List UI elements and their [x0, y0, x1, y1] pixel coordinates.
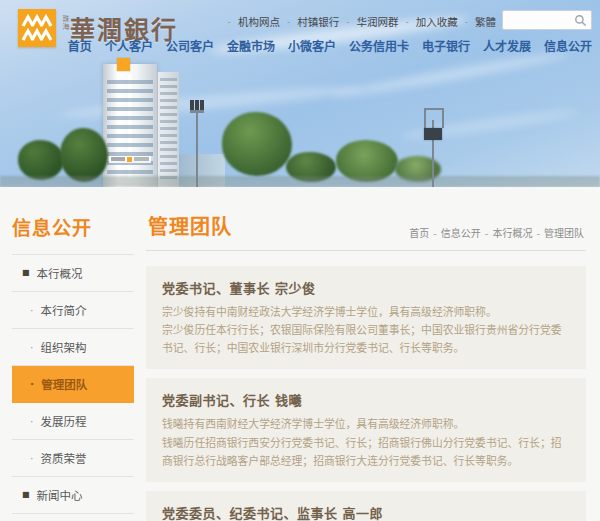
primary-nav-item-3[interactable]: 金融市场	[227, 37, 275, 54]
road-sign-board	[424, 128, 442, 140]
breadcrumb-item-2[interactable]: 本行概况	[492, 228, 532, 239]
breadcrumb-separator: -	[485, 228, 489, 239]
sidebar-item-7[interactable]: ■企业文化	[12, 514, 134, 521]
search-input[interactable]	[507, 11, 573, 29]
utility-nav-item-2[interactable]: 华润网群	[357, 14, 399, 29]
hedge-row	[0, 176, 600, 187]
primary-nav-item-8[interactable]: 信息公开	[544, 37, 592, 54]
dot-bullet-icon: ·	[30, 342, 34, 353]
utility-nav: -机构网点-村镇银行-华润网群-加入收藏-繁體	[221, 14, 496, 29]
primary-nav-item-2[interactable]: 公司客户	[166, 37, 214, 54]
profile-card-paragraph: 宗少俊历任本行行长；农银国际保险有限公司董事长；中国农业银行贵州省分行党委书记、…	[162, 322, 570, 358]
sidebar-item-4[interactable]: ·发展历程	[12, 403, 134, 440]
square-bullet-icon: ■	[22, 269, 30, 277]
primary-nav-item-6[interactable]: 电子银行	[422, 37, 470, 54]
breadcrumb-item-1[interactable]: 信息公开	[441, 228, 481, 239]
sidebar-item-label: 本行概况	[37, 265, 83, 281]
sidebar-item-2[interactable]: ·组织架构	[12, 329, 134, 366]
building-annex	[157, 72, 179, 187]
sidebar-item-6[interactable]: ■新闻中心	[12, 477, 134, 514]
street-lamp-pole	[196, 112, 198, 187]
sidebar: 信息公开 ■本行概况·本行简介·组织架构·管理团队·发展历程·资质荣誉■新闻中心…	[0, 187, 138, 521]
page: 珠海 華潤銀行 -机构网点-村镇银行-华润网群-加入收藏-繁體 首页个人客户公司…	[0, 0, 600, 521]
sidebar-item-5[interactable]: ·资质荣誉	[12, 440, 134, 477]
nav-separator: -	[287, 17, 290, 27]
street-lamp-arm	[190, 110, 204, 113]
road-sign-frame	[424, 108, 444, 110]
profile-card-0: 党委书记、董事长 宗少俊宗少俊持有中南财经政法大学经济学博士学位，具有高级经济师…	[146, 266, 586, 369]
sidebar-item-label: 本行简介	[41, 302, 87, 318]
profile-card-paragraph: 钱曦持有西南财经大学经济学博士学位，具有高级经济师职称。	[162, 416, 570, 434]
nav-separator: -	[465, 17, 468, 27]
brand-city-label: 珠海	[61, 15, 68, 31]
primary-nav-item-0[interactable]: 首页	[68, 37, 92, 54]
site-header: 珠海 華潤銀行 -机构网点-村镇银行-华润网群-加入收藏-繁體 首页个人客户公司…	[0, 0, 600, 56]
search-box[interactable]	[502, 10, 592, 30]
bank-logo-icon[interactable]	[18, 9, 56, 47]
utility-nav-item-1[interactable]: 村镇银行	[297, 14, 339, 29]
dot-bullet-icon: ·	[30, 379, 34, 390]
primary-nav-item-1[interactable]: 个人客户	[105, 37, 153, 54]
sidebar-item-0[interactable]: ■本行概况	[12, 255, 134, 292]
tree	[222, 112, 292, 176]
primary-nav: 首页个人客户公司客户金融市场小微客户公务信用卡电子银行人才发展信息公开	[68, 37, 592, 54]
street-lamp-lights	[190, 100, 194, 110]
profile-card-heading: 党委书记、董事长 宗少俊	[162, 278, 570, 297]
building-rooftop-logo	[117, 58, 130, 71]
profile-card-1: 党委副书记、行长 钱曦钱曦持有西南财经大学经济学博士学位，具有高级经济师职称。钱…	[146, 378, 586, 481]
primary-nav-item-7[interactable]: 人才发展	[483, 37, 531, 54]
primary-nav-item-4[interactable]: 小微客户	[288, 37, 336, 54]
breadcrumb-item-0[interactable]: 首页	[409, 228, 429, 239]
breadcrumb: 首页-信息公开-本行概况-管理团队	[409, 225, 584, 240]
dot-bullet-icon: ·	[30, 305, 34, 316]
sidebar-item-label: 组织架构	[41, 339, 87, 355]
tree	[60, 128, 108, 182]
square-bullet-icon: ■	[22, 491, 30, 499]
profile-sections: 党委书记、董事长 宗少俊宗少俊持有中南财经政法大学经济学博士学位，具有高级经济师…	[146, 266, 586, 521]
sidebar-item-3[interactable]: ·管理团队	[12, 366, 134, 403]
sidebar-item-label: 发展历程	[41, 413, 87, 429]
tree	[18, 140, 64, 180]
road-sign-frame	[442, 108, 444, 128]
profile-card-paragraph: 宗少俊持有中南财经政法大学经济学博士学位，具有高级经济师职称。	[162, 304, 570, 322]
dot-bullet-icon: ·	[30, 416, 34, 427]
profile-card-paragraph: 钱曦历任招商银行西安分行党委书记、行长；招商银行佛山分行党委书记、行长；招商银行…	[162, 435, 570, 471]
sidebar-item-label: 管理团队	[41, 376, 87, 392]
road-sign-frame	[424, 108, 426, 128]
building-signage	[109, 156, 151, 163]
utility-nav-item-0[interactable]: 机构网点	[238, 14, 280, 29]
nav-separator: -	[406, 17, 409, 27]
sidebar-item-1[interactable]: ·本行简介	[12, 292, 134, 329]
breadcrumb-separator: -	[536, 228, 540, 239]
dot-bullet-icon: ·	[30, 453, 34, 464]
page-title: 管理团队	[148, 211, 232, 240]
utility-nav-item-3[interactable]: 加入收藏	[416, 14, 458, 29]
content-area: 信息公开 ■本行概况·本行简介·组织架构·管理团队·发展历程·资质荣誉■新闻中心…	[0, 187, 600, 521]
cr-mountain-logo-glyph	[18, 9, 56, 47]
search-icon[interactable]	[574, 14, 587, 27]
nav-separator: -	[228, 17, 231, 27]
primary-nav-item-5[interactable]: 公务信用卡	[349, 37, 409, 54]
sidebar-title: 信息公开	[12, 213, 134, 240]
main-header-row: 管理团队 首页-信息公开-本行概况-管理团队	[146, 211, 586, 251]
profile-card-heading: 党委委员、纪委书记、监事长 高一郎	[162, 503, 570, 521]
profile-card-heading: 党委副书记、行长 钱曦	[162, 390, 570, 409]
breadcrumb-item-3[interactable]: 管理团队	[544, 228, 584, 239]
building-tower	[103, 64, 157, 187]
profile-card-2: 党委委员、纪委书记、监事长 高一郎高一郎持有中央财经大学工商管理硕士学位，具有经…	[146, 491, 586, 521]
nav-separator: -	[346, 17, 349, 27]
main-panel: 管理团队 首页-信息公开-本行概况-管理团队 党委书记、董事长 宗少俊宗少俊持有…	[138, 187, 600, 521]
sidebar-item-label: 新闻中心	[37, 487, 83, 503]
sidebar-item-label: 资质荣誉	[41, 450, 87, 466]
cloud-decoration	[331, 49, 569, 101]
utility-nav-item-4[interactable]: 繁體	[475, 14, 496, 29]
breadcrumb-separator: -	[433, 228, 437, 239]
sidebar-menu: ■本行概况·本行简介·组织架构·管理团队·发展历程·资质荣誉■新闻中心■企业文化…	[12, 254, 134, 521]
